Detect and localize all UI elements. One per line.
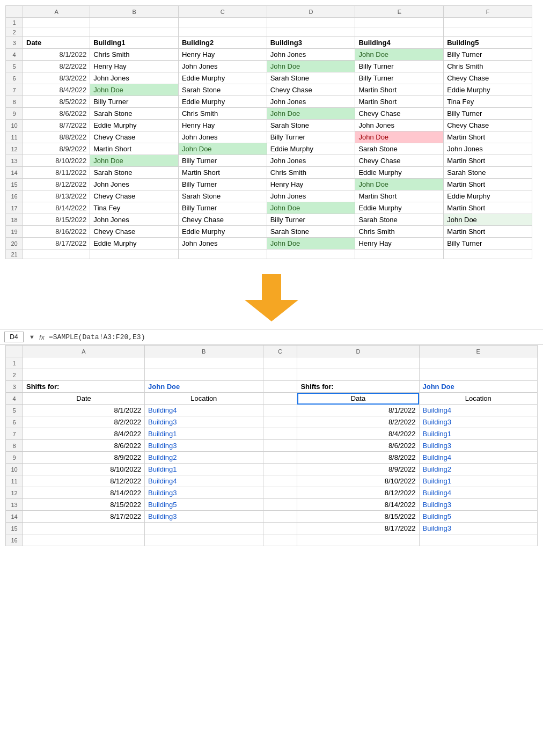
right-shifts-for-label: Shifts for: [297,381,419,393]
b2-cell: Martin Short [178,167,267,179]
b4-cell: John Jones [355,120,444,131]
right-location-cell: Building5 [419,511,538,523]
right-date-cell: 8/10/2022 [297,475,419,487]
b2-cell: Sarah Stone [178,190,267,202]
b1-cell: Billy Turner [90,96,179,108]
b4-cell: Sarah Stone [355,143,444,155]
date-cell: 8/16/2022 [23,226,90,238]
b2-cell: John Jones [178,61,267,72]
b5-cell: Martin Short [444,226,532,238]
header-col-2: Building2 [178,37,267,49]
date-cell: 8/9/2022 [23,143,90,155]
bottom-empty-row-2: 2 [6,369,538,381]
bottom-sheet-table: A B C D E 12 3 Shifts for: John Doe Shif… [5,345,538,546]
right-location-cell: Building4 [419,405,538,416]
row-num: 11 [6,131,23,143]
right-location-cell: Building1 [419,475,538,487]
date-cell: 8/14/2022 [23,202,90,214]
date-cell: 8/17/2022 [23,238,90,249]
b4-cell: Chevy Chase [355,155,444,167]
bottom-col-e: E [419,346,538,357]
row-num: 12 [6,143,23,155]
right-location-cell: Building3 [419,523,538,534]
b5-cell: John Doe [444,214,532,226]
right-date-cell: 8/12/2022 [297,487,419,499]
bottom-row-num: 15 [6,523,23,534]
b1-cell: Eddie Murphy [90,120,179,131]
col-header-d: D [267,6,355,18]
row-num-3b: 3 [6,381,23,393]
bottom-row-num: 8 [6,440,23,452]
bottom-row-num: 10 [6,464,23,475]
empty-row-2: 2 [6,27,532,37]
gap-col [263,511,297,523]
header-col-0: Date [23,37,90,49]
b1-cell: Sarah Stone [90,167,179,179]
date-cell: 8/3/2022 [23,72,90,84]
row-num: 10 [6,120,23,131]
right-person-name: John Doe [419,381,538,393]
bottom-row-num: 6 [6,416,23,428]
bottom-row-num: 5 [6,405,23,416]
date-cell: 8/8/2022 [23,131,90,143]
b2-cell: John Jones [178,238,267,249]
bottom-row-num: 7 [6,428,23,440]
right-location-cell: Building4 [419,452,538,464]
dropdown-arrow[interactable]: ▼ [29,334,35,340]
left-date-cell: 8/6/2022 [23,440,145,452]
bottom-col-a: A [23,346,145,357]
right-date-cell: 8/4/2022 [297,428,419,440]
b1-cell: John Doe [90,84,179,96]
row-num: 16 [6,190,23,202]
b2-cell: Eddie Murphy [178,226,267,238]
b5-cell: Eddie Murphy [444,84,532,96]
empty-row-1: 1 [6,18,532,27]
bottom-data-row: 11 8/12/2022 Building4 8/10/2022 Buildin… [6,475,538,487]
cell-reference[interactable]: D4 [4,332,24,342]
left-date-cell [23,523,145,534]
bottom-row-num: 13 [6,499,23,511]
bottom-data-row: 9 8/9/2022 Building2 8/8/2022 Building4 [6,452,538,464]
table-row: 5 8/2/2022 Henry Hay John Jones John Doe… [6,61,532,72]
row-num: 15 [6,179,23,190]
left-location-cell: Building3 [145,511,263,523]
top-sheet-table: A B C D E F 12 3 DateBuilding1Building2B… [5,5,532,259]
table-row: 14 8/11/2022 Sarah Stone Martin Short Ch… [6,167,532,179]
right-date-cell: 8/1/2022 [297,405,419,416]
table-row: 9 8/6/2022 Sarah Stone Chris Smith John … [6,108,532,120]
date-cell: 8/15/2022 [23,214,90,226]
empty-row-21: 21 [6,249,532,259]
row-num: 8 [6,96,23,108]
b4-cell: Martin Short [355,190,444,202]
gap-col [263,475,297,487]
b1-cell: Chevy Chase [90,190,179,202]
left-location-cell: Building1 [145,428,263,440]
right-date-header[interactable]: Data [297,393,419,405]
b5-cell: John Jones [444,143,532,155]
b4-cell: Henry Hay [355,238,444,249]
bottom-data-row: 5 8/1/2022 Building4 8/1/2022 Building4 [6,405,538,416]
left-location-header: Location [145,393,263,405]
b2-cell: Billy Turner [178,179,267,190]
b1-cell: Henry Hay [90,61,179,72]
b1-cell: John Doe [90,155,179,167]
bottom-corner-cell [6,346,23,357]
b2-cell: Billy Turner [178,155,267,167]
b4-cell: Eddie Murphy [355,167,444,179]
b2-cell: Eddie Murphy [178,72,267,84]
bottom-spreadsheet: A B C D E 12 3 Shifts for: John Doe Shif… [0,345,543,546]
left-date-header: Date [23,393,145,405]
date-cell: 8/6/2022 [23,108,90,120]
b3-cell: Sarah Stone [267,72,355,84]
b4-cell: John Doe [355,49,444,61]
gap-col [263,416,297,428]
formula-text[interactable]: =SAMPLE(Data!A3:F20,E3) [49,333,145,341]
b2-cell: Henry Hay [178,120,267,131]
left-location-cell: Building1 [145,464,263,475]
row-num: 6 [6,72,23,84]
right-location-cell: Building3 [419,440,538,452]
b5-cell: Billy Turner [444,49,532,61]
row-num: 17 [6,202,23,214]
formula-bar: D4 ▼ fx =SAMPLE(Data!A3:F20,E3) [0,329,543,345]
b5-cell: Eddie Murphy [444,190,532,202]
